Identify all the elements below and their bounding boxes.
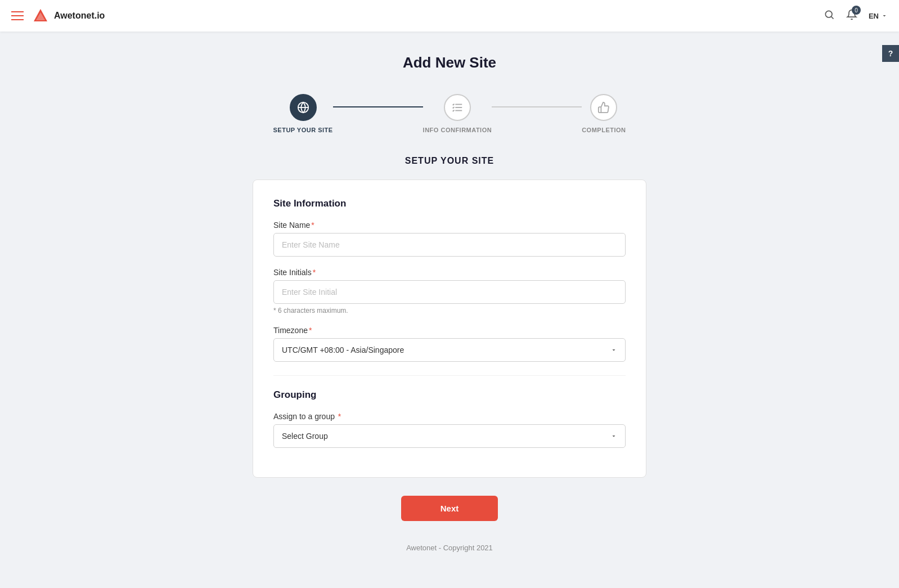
group-select[interactable]: Select Group Group A Group B Group C — [273, 424, 626, 448]
site-initials-hint: * 6 characters maximum. — [273, 307, 626, 315]
page-title: Add New Site — [151, 54, 748, 71]
logo-area: Awetonet.io — [32, 7, 105, 25]
site-name-required: * — [311, 221, 314, 230]
footer: Awetonet - Copyright 2021 — [151, 532, 748, 563]
grouping-title: Grouping — [273, 389, 626, 401]
step-3-label: COMPLETION — [582, 127, 626, 133]
step-connector-2 — [492, 106, 582, 107]
bell-wrapper[interactable]: 0 — [846, 9, 857, 23]
site-initials-group: Site Initials* * 6 characters maximum. — [273, 268, 626, 315]
step-1: SETUP YOUR SITE — [273, 94, 332, 133]
logo-text: Awetonet.io — [54, 11, 105, 21]
step-3: COMPLETION — [582, 94, 626, 133]
step-connector-1 — [333, 106, 423, 107]
header-left: Awetonet.io — [11, 7, 824, 25]
language-selector[interactable]: EN — [869, 12, 888, 20]
header-right: 0 EN — [824, 9, 888, 23]
hamburger-icon[interactable] — [11, 11, 24, 20]
group-group: Assign to a group * Select Group Group A… — [273, 412, 626, 448]
timezone-label: Timezone* — [273, 326, 626, 335]
svg-point-2 — [825, 11, 832, 17]
group-label: Assign to a group * — [273, 412, 626, 421]
site-initials-label: Site Initials* — [273, 268, 626, 277]
site-name-label: Site Name* — [273, 221, 626, 230]
timezone-group: Timezone* UTC/GMT +08:00 - Asia/Singapor… — [273, 326, 626, 362]
header: Awetonet.io 0 EN — [0, 0, 899, 32]
next-button-container: Next — [151, 496, 748, 521]
step-2-label: INFO CONFIRMATION — [423, 127, 492, 133]
notification-badge: 0 — [852, 6, 861, 15]
site-initials-required: * — [313, 268, 316, 277]
thumbs-up-icon — [597, 101, 610, 114]
next-button[interactable]: Next — [401, 496, 498, 521]
logo-icon — [32, 7, 50, 25]
form-card: Site Information Site Name* Site Initial… — [253, 179, 646, 478]
section-title: SETUP YOUR SITE — [151, 156, 748, 166]
main-content: Add New Site SETUP YOUR SITE — [140, 32, 759, 588]
site-initials-input[interactable] — [273, 280, 626, 304]
steps-container: SETUP YOUR SITE INFO CONFIRMATION — [151, 94, 748, 133]
step-1-circle — [290, 94, 317, 121]
site-info-title: Site Information — [273, 198, 626, 209]
list-icon — [451, 101, 464, 114]
step-3-circle — [590, 94, 617, 121]
step-1-label: SETUP YOUR SITE — [273, 127, 332, 133]
site-name-group: Site Name* — [273, 221, 626, 257]
search-icon[interactable] — [824, 9, 835, 23]
timezone-select[interactable]: UTC/GMT +08:00 - Asia/Singapore UTC/GMT … — [273, 338, 626, 362]
help-button[interactable]: ? — [882, 45, 899, 62]
globe-icon — [297, 101, 309, 114]
step-2-circle — [444, 94, 471, 121]
group-required: * — [336, 412, 341, 421]
divider — [273, 375, 626, 376]
site-name-input[interactable] — [273, 233, 626, 257]
step-2: INFO CONFIRMATION — [423, 94, 492, 133]
timezone-required: * — [309, 326, 312, 335]
chevron-down-icon — [881, 12, 888, 19]
svg-line-3 — [831, 17, 834, 19]
